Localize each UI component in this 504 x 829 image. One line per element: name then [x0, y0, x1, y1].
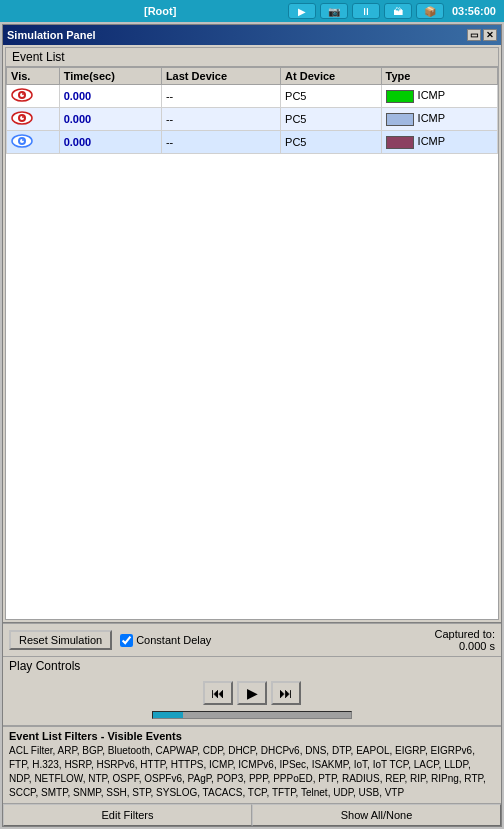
type-cell: ICMP [381, 108, 497, 131]
reset-simulation-button[interactable]: Reset Simulation [9, 630, 112, 650]
progress-bar-container [3, 709, 501, 725]
progress-bar-fill [153, 712, 183, 718]
top-btn-5[interactable]: 📦 [416, 3, 444, 19]
time-cell: 0.000 [59, 108, 161, 131]
panel-close-button[interactable]: ✕ [483, 29, 497, 41]
time-cell: 0.000 [59, 131, 161, 154]
at-device-cell: PC5 [281, 108, 381, 131]
svg-point-11 [22, 139, 24, 141]
table-row[interactable]: 0.000--PC5ICMP [7, 85, 498, 108]
type-label: ICMP [418, 89, 446, 101]
top-bar: [Root] ▶ 📷 ⏸ 🏔 📦 03:56:00 [0, 0, 504, 22]
time-cell: 0.000 [59, 85, 161, 108]
type-color-box [386, 90, 414, 103]
col-last-device: Last Device [161, 68, 280, 85]
type-cell: ICMP [381, 85, 497, 108]
eye-icon [11, 133, 33, 149]
panel-restore-button[interactable]: ▭ [467, 29, 481, 41]
at-device-cell: PC5 [281, 131, 381, 154]
top-btn-2[interactable]: 📷 [320, 3, 348, 19]
show-all-none-button[interactable]: Show All/None [252, 804, 501, 826]
top-time: 03:56:00 [448, 5, 500, 17]
filter-buttons: Edit Filters Show All/None [3, 803, 501, 826]
captured-info: Captured to: 0.000 s [434, 628, 495, 652]
event-list-label: Event List [6, 48, 498, 67]
type-cell: ICMP [381, 131, 497, 154]
type-color-box [386, 136, 414, 149]
last-device-cell: -- [161, 131, 280, 154]
constant-delay-label[interactable]: Constant Delay [120, 634, 211, 647]
filters-title: Event List Filters - Visible Events [3, 727, 501, 743]
captured-value: 0.000 s [434, 640, 495, 652]
filters-content: ACL Filter, ARP, BGP, Bluetooth, CAPWAP,… [3, 743, 501, 803]
event-table: Vis. Time(sec) Last Device At Device Typ… [6, 67, 498, 154]
reset-bar: Reset Simulation Constant Delay Captured… [3, 623, 501, 657]
eye-icon [11, 87, 33, 103]
col-vis: Vis. [7, 68, 60, 85]
at-device-cell: PC5 [281, 85, 381, 108]
type-label: ICMP [418, 135, 446, 147]
event-list-area: Event List Vis. Time(sec) Last Device At… [5, 47, 499, 620]
top-btn-3[interactable]: ⏸ [352, 3, 380, 19]
type-color-box [386, 113, 414, 126]
edit-filters-button[interactable]: Edit Filters [3, 804, 252, 826]
play-buttons: ⏮ ▶ ⏭ [3, 675, 501, 709]
play-controls-section: Play Controls ⏮ ▶ ⏭ [3, 657, 501, 726]
svg-point-7 [22, 116, 24, 118]
panel-title-bar: Simulation Panel ▭ ✕ [3, 25, 501, 45]
constant-delay-checkbox[interactable] [120, 634, 133, 647]
last-device-cell: -- [161, 85, 280, 108]
last-device-cell: -- [161, 108, 280, 131]
col-type: Type [381, 68, 497, 85]
vis-cell[interactable] [7, 131, 60, 154]
constant-delay-text: Constant Delay [136, 634, 211, 646]
top-btn-4[interactable]: 🏔 [384, 3, 412, 19]
col-time: Time(sec) [59, 68, 161, 85]
play-controls-label: Play Controls [3, 657, 501, 675]
play-begin-button[interactable]: ⏮ [203, 681, 233, 705]
play-play-button[interactable]: ▶ [237, 681, 267, 705]
col-at-device: At Device [281, 68, 381, 85]
svg-point-3 [22, 93, 24, 95]
captured-label: Captured to: [434, 628, 495, 640]
simulation-panel: Simulation Panel ▭ ✕ Event List Vis. Tim… [2, 24, 502, 827]
filters-section: Event List Filters - Visible Events ACL … [3, 726, 501, 826]
table-row[interactable]: 0.000--PC5ICMP [7, 108, 498, 131]
play-end-button[interactable]: ⏭ [271, 681, 301, 705]
type-label: ICMP [418, 112, 446, 124]
progress-bar-track[interactable] [152, 711, 352, 719]
root-label: [Root] [144, 5, 176, 17]
eye-icon [11, 110, 33, 126]
bottom-controls: Reset Simulation Constant Delay Captured… [3, 622, 501, 826]
top-btn-1[interactable]: ▶ [288, 3, 316, 19]
panel-controls: ▭ ✕ [467, 29, 497, 41]
panel-title: Simulation Panel [7, 29, 96, 41]
table-row[interactable]: 0.000--PC5ICMP [7, 131, 498, 154]
vis-cell[interactable] [7, 108, 60, 131]
vis-cell[interactable] [7, 85, 60, 108]
table-header-row: Vis. Time(sec) Last Device At Device Typ… [7, 68, 498, 85]
